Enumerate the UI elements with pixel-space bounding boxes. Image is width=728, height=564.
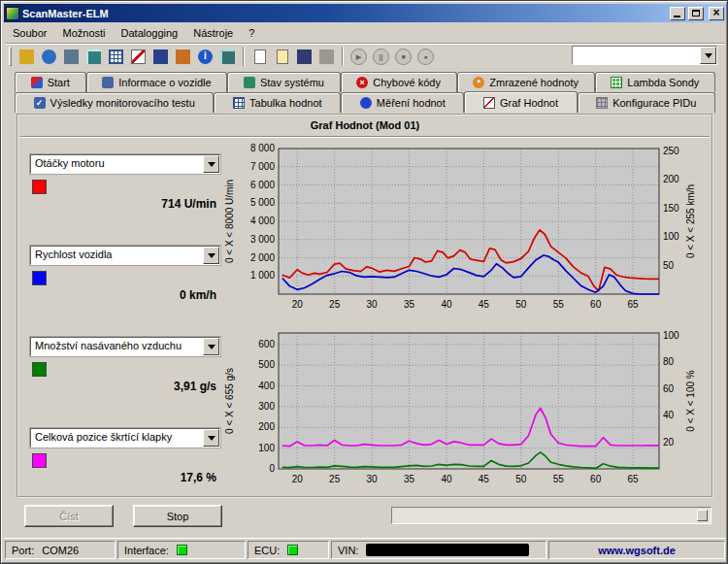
port-label: Port: bbox=[12, 545, 34, 556]
channel-select-otacky-motoru[interactable]: Otáčky motoru bbox=[30, 154, 220, 174]
channel-mnozstvi-nasavaneho-vzduchu: Množství nasávaného vzduchu3,91 g/s bbox=[30, 337, 220, 407]
tab-lambda-sondy[interactable]: Lambda Sondy bbox=[595, 72, 715, 92]
svg-text:65: 65 bbox=[628, 474, 640, 484]
svg-text:25: 25 bbox=[329, 474, 341, 484]
channel-select-arrow[interactable] bbox=[203, 429, 219, 447]
tab-informace-o-vozidle[interactable]: Informace o vozidle bbox=[86, 72, 228, 92]
svg-text:45: 45 bbox=[479, 299, 490, 310]
channel-select-arrow[interactable] bbox=[203, 155, 219, 173]
pda-icon bbox=[153, 50, 168, 64]
chevron-down-icon bbox=[705, 53, 712, 58]
menu-item-nastroje[interactable]: Nástroje bbox=[185, 25, 241, 41]
new-file-button[interactable] bbox=[248, 46, 271, 67]
tab-tabulka-hodnot[interactable]: Tabulka hodnot bbox=[214, 92, 341, 113]
menu-item-datalogging[interactable]: Datalogging bbox=[114, 25, 186, 41]
channel-select-mnozstvi-nasavaneho-vzduchu[interactable]: Množství nasávaného vzduchu bbox=[30, 337, 220, 356]
menu-item-soubor[interactable]: Soubor bbox=[5, 25, 54, 41]
play-button[interactable]: ▶ bbox=[347, 46, 370, 67]
menu-item-help[interactable]: ? bbox=[241, 25, 262, 41]
pause-icon: || bbox=[373, 49, 389, 65]
tab-zmrazene-hodnoty[interactable]: *Zmrazené hodnoty bbox=[457, 72, 595, 92]
timeline-scrollbar[interactable] bbox=[391, 507, 711, 524]
network-button[interactable] bbox=[216, 46, 239, 67]
svg-text:0 < X < 255 km/h: 0 < X < 255 km/h bbox=[685, 184, 696, 258]
print-icon bbox=[319, 50, 334, 64]
chart-button[interactable] bbox=[127, 46, 149, 67]
tab-start[interactable]: Start bbox=[15, 72, 86, 92]
svg-text:500: 500 bbox=[258, 359, 275, 370]
monitor-button[interactable] bbox=[83, 46, 105, 67]
play-icon: ▶ bbox=[350, 49, 367, 65]
pause-button[interactable]: || bbox=[370, 46, 392, 67]
tab-mereni-hodnot[interactable]: Měření hodnot bbox=[341, 92, 464, 113]
maf-throttle-chart: 2025303540455055606560050040030020010001… bbox=[222, 325, 700, 492]
channel-color-swatch bbox=[32, 362, 47, 377]
port-value: COM26 bbox=[42, 545, 79, 556]
maximize-button[interactable] bbox=[688, 7, 704, 20]
svg-text:40: 40 bbox=[663, 410, 675, 420]
pda-button[interactable] bbox=[149, 46, 172, 67]
mobile-icon bbox=[176, 50, 190, 64]
svg-text:60: 60 bbox=[663, 383, 675, 394]
table-icon bbox=[109, 50, 123, 64]
toolbar-combobox-value bbox=[573, 47, 700, 64]
print-button[interactable] bbox=[315, 46, 338, 67]
info-button[interactable]: i bbox=[194, 46, 216, 67]
chevron-down-icon bbox=[208, 436, 215, 441]
tab-label: Graf Hodnot bbox=[500, 97, 558, 109]
svg-text:30: 30 bbox=[367, 474, 379, 484]
mobile-button[interactable] bbox=[172, 46, 194, 67]
stop-button[interactable]: Stop bbox=[133, 505, 222, 527]
scrollbar-thumb[interactable] bbox=[697, 510, 708, 521]
tab-konfigurace-pidu[interactable]: Konfigurace PIDu bbox=[578, 92, 715, 113]
channel-color-swatch bbox=[32, 271, 47, 285]
table-button[interactable] bbox=[105, 46, 127, 67]
network-icon bbox=[220, 50, 235, 64]
values-graph-icon bbox=[483, 97, 495, 109]
svg-text:20: 20 bbox=[292, 474, 304, 484]
channel-current-value: 0 km/h bbox=[180, 288, 216, 302]
tab-vysledky-monitorovaciho-testu[interactable]: ✓Výsledky monitorovacího testu bbox=[15, 92, 214, 113]
website-link[interactable]: www.wgsoft.de bbox=[598, 545, 676, 556]
read-button[interactable]: Číst bbox=[24, 505, 114, 527]
svg-text:35: 35 bbox=[404, 299, 415, 310]
channel-select-celkova-pozice-skrtici-klapky[interactable]: Celková pozice škrtící klapky bbox=[30, 428, 220, 448]
svg-text:8 000: 8 000 bbox=[250, 143, 275, 153]
svg-text:0: 0 bbox=[269, 463, 275, 474]
interface-settings-button[interactable] bbox=[16, 46, 38, 67]
ecu-button[interactable] bbox=[60, 46, 83, 67]
toolbar-combobox[interactable] bbox=[572, 46, 717, 65]
tab-row-1: StartInformace o vozidleStav systému×Chy… bbox=[15, 72, 715, 92]
save-button[interactable] bbox=[293, 46, 315, 67]
channel-select-arrow[interactable] bbox=[203, 247, 219, 264]
svg-text:2 000: 2 000 bbox=[250, 252, 275, 263]
stop-button[interactable]: ■ bbox=[392, 46, 414, 67]
open-file-button[interactable] bbox=[271, 46, 293, 67]
svg-text:60: 60 bbox=[590, 299, 602, 310]
chart-icon bbox=[131, 50, 146, 64]
toolbar-combobox-arrow[interactable] bbox=[700, 47, 716, 64]
svg-text:55: 55 bbox=[553, 299, 565, 310]
menu-item-moznosti[interactable]: Možnosti bbox=[54, 25, 113, 41]
lambda-icon bbox=[611, 77, 622, 88]
svg-text:600: 600 bbox=[258, 339, 275, 349]
tab-stav-systemu[interactable]: Stav systému bbox=[227, 72, 340, 92]
tab-graf-hodnot[interactable]: Graf Hodnot bbox=[464, 91, 577, 113]
toolbar-separator bbox=[342, 47, 344, 66]
svg-text:100: 100 bbox=[663, 330, 679, 341]
status-website: www.wgsoft.de bbox=[548, 541, 725, 559]
minimize-button[interactable] bbox=[670, 7, 685, 20]
monitor-test-icon: ✓ bbox=[34, 97, 46, 109]
toolbar-grip[interactable] bbox=[9, 47, 12, 66]
record-button[interactable]: ● bbox=[414, 46, 437, 67]
ecu-icon bbox=[64, 50, 79, 64]
tab-chybove-kody[interactable]: ×Chybové kódy bbox=[341, 72, 457, 92]
channel-select-arrow[interactable] bbox=[203, 338, 219, 355]
vin-redacted bbox=[366, 544, 529, 556]
close-button[interactable]: × bbox=[709, 7, 724, 20]
chevron-down-icon bbox=[208, 253, 215, 258]
globe-button[interactable] bbox=[38, 46, 60, 67]
channel-select-rychlost-vozidla[interactable]: Rychlost vozidla bbox=[30, 246, 220, 265]
title-bar[interactable]: ScanMaster-ELM × bbox=[4, 4, 726, 22]
toolbar-separator bbox=[243, 47, 245, 66]
